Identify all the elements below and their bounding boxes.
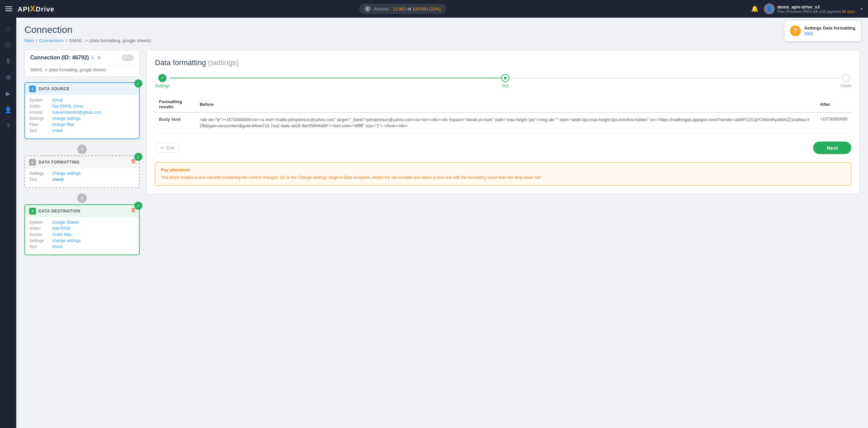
sidebar-item-dollar[interactable]: $ [1,54,15,68]
avatar: 👤 [764,3,775,14]
settings-gear-icon[interactable]: ⚙ [97,55,101,60]
table-row: Body html <div dir="ltr">+15730000000<br… [155,112,851,133]
step-settings-label: Settings [155,83,170,88]
block3-action-value[interactable]: Add ROW [52,226,71,231]
edit-button[interactable]: ✏ Edit [155,143,180,153]
block1-filter-link[interactable]: change filter [52,122,74,127]
block1-test-link[interactable]: check [52,128,63,133]
help-link[interactable]: Help [804,31,813,36]
block1-action-value[interactable]: Get EMAIL (new) [52,104,83,109]
user-plan: Plan |Premium PRO| left until payment 86… [777,10,855,14]
sidebar-item-user[interactable]: 👤 [1,103,15,117]
col-header-results: Formatting results [155,96,196,112]
block2-title: DATA FORMATTING [39,160,80,165]
step-line-1 [170,78,501,78]
step-finish: Finish [841,74,851,88]
sidebar-item-diagram[interactable]: ⬡ [1,38,15,52]
block1-access-value[interactable]: maverickandrii@gmail.com [52,110,101,115]
block3-header: 3 DATA DESTINATION [25,205,139,217]
connection-subtitle: GMAIL -> (data formatting, google sheets… [24,66,140,77]
block3-delete-icon[interactable]: 🗑 [131,207,136,213]
connection-toggle[interactable] [122,54,134,61]
block2-test-link[interactable]: check [52,177,64,182]
block1-row-test: Test check [29,128,135,133]
help-icon: ? [790,25,801,36]
actions-counter: i Actions: 21'963 of 100'000 (22%) [359,4,446,14]
block3-test-link[interactable]: check [52,244,63,249]
row-label-body-html: Body html [155,112,196,133]
add-block-btn-2[interactable]: + [77,193,87,203]
hamburger-button[interactable] [5,6,12,11]
block1-num: 1 [29,86,36,92]
actions-label: Actions: [374,6,390,12]
breadcrumb-main[interactable]: Main [24,38,34,43]
block1-settings-link[interactable]: change settings [52,116,81,121]
panel-title-sub: (settings) [208,58,239,67]
block3-num: 3 [29,208,36,215]
content: Connection Main / Connections / GMAIL ->… [16,18,868,428]
block1-rows: System Gmail Action Get EMAIL (new) Acce… [25,95,139,138]
edit-label: Edit [166,145,174,150]
breadcrumb-current: GMAIL -> (data formatting, google sheets… [69,38,152,43]
block1-row-settings: Settings change settings [29,116,135,121]
left-panel: Connection (ID: 46792) ⎘ ⚙ GMAIL -> (dat… [24,50,140,261]
block1-row-system: System Gmail [29,98,135,103]
step-test-label: Test [501,83,509,88]
breadcrumb-connections[interactable]: Connections [39,38,64,43]
col-header-before: Before [196,96,816,112]
sidebar-item-briefcase[interactable]: ⊞ [1,71,15,84]
topnav: APIXDrive i Actions: 21'963 of 100'000 (… [0,0,868,18]
block3-settings-link[interactable]: change settings [52,238,81,243]
user-chevron-icon[interactable]: ▾ [861,6,863,11]
block2-delete-icon[interactable]: 🗑 [131,158,136,164]
actions-used: 21'963 [393,6,406,12]
data-formatting-block: ✓ 🗑 2 DATA FORMATTING Settings change se… [24,155,140,188]
block3-row-system: System Google Sheets [29,220,135,225]
actions-percent: (22%) [429,6,441,12]
block2-settings-link[interactable]: change settings [52,171,81,176]
step-test: Test [501,74,509,88]
block1-system-value[interactable]: Gmail [52,98,63,103]
sidebar-item-home[interactable]: ⌂ [1,22,15,35]
block1-header: 1 DATA SOURCE [25,83,139,95]
user-menu[interactable]: 👤 demo_apix-drive_s3 Plan |Premium PRO| … [764,3,855,14]
row-before-body-html: <div dir="ltr">+15730000000<br><a href="… [196,112,816,133]
bell-icon[interactable]: 🔔 [751,5,758,13]
panel-title-main: Data formatting [155,58,206,67]
actions-count: 21'963 of 100'000 (22%) [393,6,441,12]
row-after-body-html: +15730000000 [816,112,851,133]
sidebar: ⌂ ⬡ $ ⊞ ▶ 👤 ? [0,18,16,428]
block3-row-test: Test check [29,244,135,249]
step-test-circle [501,74,509,82]
block1-check-icon: ✓ [134,79,142,88]
data-source-block: ✓ 1 DATA SOURCE System Gmail Action [24,82,140,139]
block3-access-value[interactable]: Andrii Mav [52,232,72,237]
add-block-btn-1[interactable]: + [77,145,87,154]
step-settings: ✓ Settings [155,74,170,88]
page-title: Connection [24,24,860,35]
block3-title: DATA DESTINATION [39,209,80,213]
main-layout: ⌂ ⬡ $ ⊞ ▶ 👤 ? Connection Main / Connecti… [0,18,868,428]
right-panel: Data formatting (settings) ✓ Settings [146,50,860,261]
block3-row-action: Action Add ROW [29,226,135,231]
warning-box: Pay attention! This block creates a new … [155,162,851,186]
step-finish-circle [842,74,850,82]
block3-row-settings: Settings change settings [29,238,135,243]
block3-rows: System Google Sheets Action Add ROW Acce… [25,217,139,255]
panel-title: Data formatting (settings) [155,58,851,67]
next-button[interactable]: Next [813,142,851,154]
actions-total: 100'000 [412,6,428,12]
step-line-2 [509,78,841,78]
topnav-right: 🔔 👤 demo_apix-drive_s3 Plan |Premium PRO… [751,3,863,14]
connection-id: Connection (ID: 46792) [30,55,89,61]
sidebar-item-play[interactable]: ▶ [1,87,15,100]
block3-system-value[interactable]: Google Sheets [52,220,79,225]
two-col-layout: Connection (ID: 46792) ⎘ ⚙ GMAIL -> (dat… [24,50,860,261]
connection-header: Connection (ID: 46792) ⎘ ⚙ [24,50,140,66]
info-icon: i [364,6,371,12]
sidebar-item-help[interactable]: ? [1,119,15,133]
pencil-icon: ✏ [161,145,164,150]
copy-icon[interactable]: ⎘ [92,55,94,60]
breadcrumb: Main / Connections / GMAIL -> (data form… [24,38,860,43]
topnav-left: APIXDrive [5,4,54,14]
